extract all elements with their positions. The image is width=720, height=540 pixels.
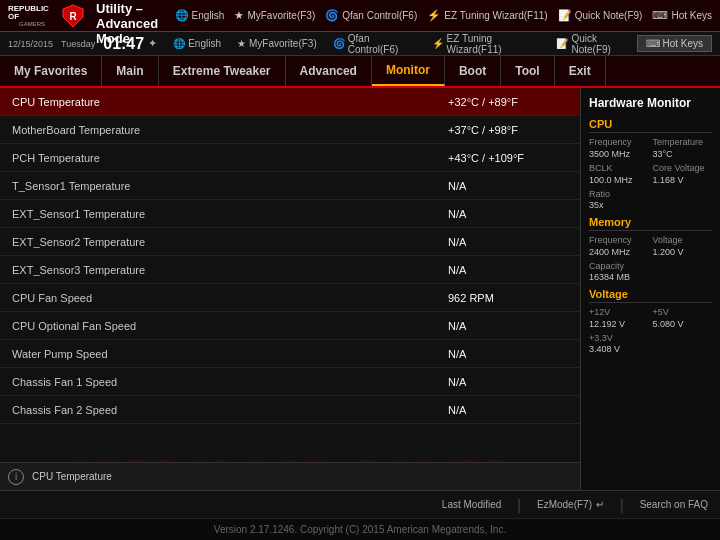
row-label: CPU Temperature [12, 96, 448, 108]
hot-keys-top-label: Hot Keys [662, 38, 703, 49]
divider-1: | [517, 497, 521, 513]
ez-mode-btn[interactable]: EzMode(F7) ↵ [537, 499, 604, 510]
keyboard-icon: ⌨ [652, 9, 668, 22]
settings-gear-icon[interactable]: ✦ [148, 37, 157, 50]
main-nav: My Favorites Main Extreme Tweaker Advanc… [0, 56, 720, 88]
row-value: N/A [448, 236, 568, 248]
row-label: CPU Optional Fan Speed [12, 320, 448, 332]
ez-tuning-label: EZ Tuning Wizard(F11) [444, 10, 547, 21]
cpu-bclk-value: 100.0 MHz [589, 175, 649, 185]
ez-top-label: EZ Tuning Wizard(F11) [447, 33, 541, 55]
row-value: +37°C / +98°F [448, 124, 568, 136]
v12-value: 12.192 V [589, 319, 649, 329]
qfan-top-label: Qfan Control(F6) [348, 33, 416, 55]
row-value: 962 RPM [448, 292, 568, 304]
globe-icon: 🌐 [175, 9, 189, 22]
myfavorite-label: MyFavorite(F3) [247, 10, 315, 21]
english-top-label: English [188, 38, 221, 49]
nav-exit[interactable]: Exit [555, 56, 606, 86]
rog-shield-icon: R [62, 4, 84, 28]
info-bar: i CPU Temperature [0, 462, 580, 490]
english-shortcut[interactable]: 🌐 English [175, 9, 225, 22]
hot-keys-btn[interactable]: ⌨ Hot Keys [652, 9, 712, 22]
row-label: Chassis Fan 2 Speed [12, 404, 448, 416]
nav-main[interactable]: Main [102, 56, 158, 86]
cpu-section-header: CPU [589, 118, 712, 133]
monitor-label: Monitor [386, 63, 430, 77]
cpu-ratio-label: Ratio [589, 189, 712, 199]
extreme-tweaker-label: Extreme Tweaker [173, 64, 271, 78]
nav-tool[interactable]: Tool [501, 56, 554, 86]
nav-monitor[interactable]: Monitor [372, 56, 445, 86]
myfavorite-top-label: MyFavorite(F3) [249, 38, 317, 49]
memory-section-header: Memory [589, 216, 712, 231]
globe-top-icon: 🌐 [173, 38, 185, 49]
search-faq-btn[interactable]: Search on FAQ [640, 499, 708, 510]
row-label: EXT_Sensor1 Temperature [12, 208, 448, 220]
table-row: PCH Temperature+43°C / +109°F [0, 144, 580, 172]
hot-keys-top-btn[interactable]: ⌨ Hot Keys [637, 35, 712, 52]
quick-note-shortcut[interactable]: 📝 Quick Note(F9) [558, 9, 643, 22]
cpu-freq-value: 3500 MHz [589, 149, 649, 159]
bottom-bar: Last Modified | EzMode(F7) ↵ | Search on… [0, 490, 720, 518]
nav-my-favorites[interactable]: My Favorites [0, 56, 102, 86]
exit-label: Exit [569, 64, 591, 78]
footer: Version 2.17.1246. Copyright (C) 2015 Am… [0, 518, 720, 540]
table-row: MotherBoard Temperature+37°C / +98°F [0, 116, 580, 144]
mem-cap-value: 16384 MB [589, 272, 712, 282]
right-panel-title: Hardware Monitor [589, 96, 712, 110]
mem-freq-grid: Frequency Voltage 2400 MHz 1.200 V [589, 235, 712, 257]
mem-volt-label: Voltage [653, 235, 713, 245]
day-text: Tuesday [61, 39, 95, 49]
cpu-corevolt-value: 1.168 V [653, 175, 713, 185]
info-circle-icon: i [8, 469, 24, 485]
english-top-shortcut[interactable]: 🌐 English [169, 37, 225, 50]
mem-freq-value: 2400 MHz [589, 247, 649, 257]
table-row: EXT_Sensor1 TemperatureN/A [0, 200, 580, 228]
row-label: Chassis Fan 1 Speed [12, 376, 448, 388]
row-value: N/A [448, 320, 568, 332]
left-panel: OVERCLOCK_POWER CPU Temperature+32°C / +… [0, 88, 580, 490]
ez-mode-label: EzMode(F7) [537, 499, 592, 510]
rog-logo: REPUBLIC OF GAMERS R [8, 4, 84, 28]
v5-value: 5.080 V [653, 319, 713, 329]
nav-boot[interactable]: Boot [445, 56, 501, 86]
footer-text: Version 2.17.1246. Copyright (C) 2015 Am… [214, 524, 506, 535]
table-row: CPU Fan Speed962 RPM [0, 284, 580, 312]
qfan-label: Qfan Control(F6) [342, 10, 417, 21]
tool-label: Tool [515, 64, 539, 78]
logo-rog-text: REPUBLIC OF [8, 5, 56, 21]
cpu-freq-label: Frequency [589, 137, 649, 147]
divider-2: | [620, 497, 624, 513]
row-value: +43°C / +109°F [448, 152, 568, 164]
table-row[interactable]: CPU Temperature+32°C / +89°F [0, 88, 580, 116]
ez-tuning-shortcut[interactable]: ⚡ EZ Tuning Wizard(F11) [427, 9, 547, 22]
nav-extreme-tweaker[interactable]: Extreme Tweaker [159, 56, 286, 86]
ez-top-icon: ⚡ [432, 38, 444, 49]
row-value: +32°C / +89°F [448, 96, 568, 108]
qfan-shortcut[interactable]: 🌀 Qfan Control(F6) [325, 9, 417, 22]
star-top-icon: ★ [237, 38, 246, 49]
right-panel: Hardware Monitor CPU Frequency Temperatu… [580, 88, 720, 490]
table-row: T_Sensor1 TemperatureN/A [0, 172, 580, 200]
keyboard-top-icon: ⌨ [646, 38, 660, 49]
fan-top-icon: 🌀 [333, 38, 345, 49]
v33-label: +3.3V [589, 333, 712, 343]
row-label: Water Pump Speed [12, 348, 448, 360]
svg-text:R: R [69, 11, 77, 22]
ez-top-shortcut[interactable]: ⚡ EZ Tuning Wizard(F11) [428, 32, 545, 56]
hot-keys-label: Hot Keys [671, 10, 712, 21]
advanced-label: Advanced [300, 64, 357, 78]
myfavorite-top-shortcut[interactable]: ★ MyFavorite(F3) [233, 37, 321, 50]
voltage-grid: +12V +5V 12.192 V 5.080 V [589, 307, 712, 329]
last-modified-btn[interactable]: Last Modified [442, 499, 501, 510]
nav-advanced[interactable]: Advanced [286, 56, 372, 86]
favorite-icon: ★ [234, 9, 244, 22]
cpu-temp-label: Temperature [653, 137, 713, 147]
qfan-top-shortcut[interactable]: 🌀 Qfan Control(F6) [329, 32, 420, 56]
v5-label: +5V [653, 307, 713, 317]
note-top-icon: 📝 [556, 38, 568, 49]
myfavorite-shortcut[interactable]: ★ MyFavorite(F3) [234, 9, 315, 22]
quicknote-top-shortcut[interactable]: 📝 Quick Note(F9) [552, 32, 636, 56]
header-bar: REPUBLIC OF GAMERS R UEFI BIOS Utility –… [0, 0, 720, 32]
